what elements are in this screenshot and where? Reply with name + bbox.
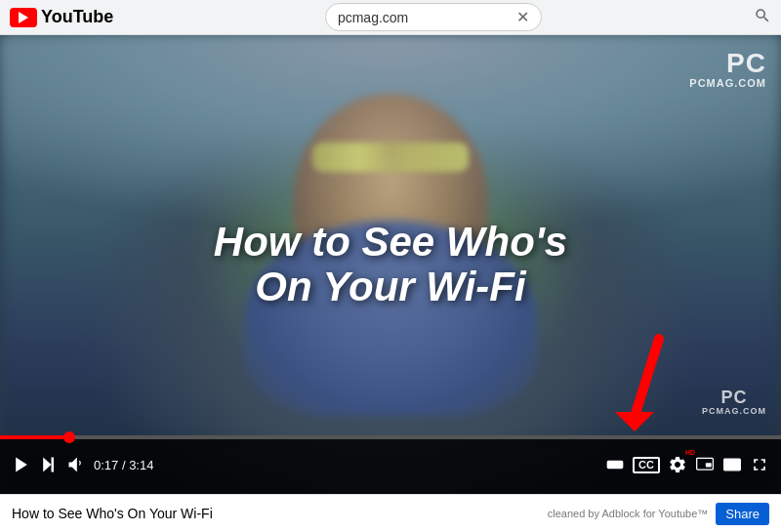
progress-bar[interactable] bbox=[0, 435, 781, 439]
svg-marker-2 bbox=[16, 458, 27, 472]
glasses-reflection bbox=[312, 143, 469, 172]
youtube-icon bbox=[10, 8, 37, 27]
controls-row: 0:17 / 3:14 CC bbox=[0, 439, 781, 490]
miniplayer-icon[interactable] bbox=[605, 455, 625, 474]
pcmag-watermark-bottom: PC PCMAG.COM bbox=[702, 389, 766, 416]
pcmag-logo-small: PC bbox=[702, 389, 766, 406]
adblock-badge: cleaned by Adblock for Youtube™ bbox=[548, 508, 709, 519]
svg-marker-5 bbox=[69, 458, 77, 472]
next-button[interactable] bbox=[39, 455, 59, 474]
pcmag-watermark-top: PC PCMAG.COM bbox=[689, 50, 766, 89]
address-bar[interactable]: pcmag.com ✕ bbox=[325, 3, 543, 31]
pip-button[interactable] bbox=[695, 455, 715, 474]
time-display: 0:17 / 3:14 bbox=[94, 458, 153, 472]
clear-address-icon[interactable]: ✕ bbox=[516, 8, 529, 26]
volume-button[interactable] bbox=[66, 455, 86, 474]
theater-button[interactable] bbox=[722, 455, 742, 474]
svg-rect-10 bbox=[724, 459, 741, 471]
youtube-logo[interactable]: YouTube bbox=[10, 7, 113, 27]
svg-rect-4 bbox=[52, 458, 55, 472]
fullscreen-button[interactable] bbox=[750, 455, 769, 474]
play-button[interactable] bbox=[12, 455, 31, 474]
video-player[interactable]: PC PCMAG.COM How to See Who's On Your Wi… bbox=[0, 35, 781, 494]
progress-dot bbox=[63, 431, 75, 443]
share-button[interactable]: Share bbox=[716, 503, 769, 525]
below-video-bar: How to See Who's On Your Wi-Fi cleaned b… bbox=[0, 494, 781, 532]
video-page-title: How to See Who's On Your Wi-Fi bbox=[12, 506, 548, 521]
video-controls: 0:17 / 3:14 CC bbox=[0, 435, 781, 494]
pcmag-sub-small: PCMAG.COM bbox=[702, 406, 766, 416]
browser-chrome: YouTube pcmag.com ✕ bbox=[0, 0, 781, 35]
svg-rect-9 bbox=[706, 463, 712, 467]
person-body bbox=[244, 221, 537, 416]
svg-marker-3 bbox=[43, 458, 51, 472]
browser-search-icon[interactable] bbox=[754, 7, 771, 28]
progress-fill bbox=[0, 435, 70, 439]
settings-button[interactable] bbox=[668, 455, 687, 474]
pcmag-logo-big: PC bbox=[689, 50, 766, 77]
address-text: pcmag.com bbox=[338, 10, 510, 25]
youtube-text: YouTube bbox=[41, 7, 113, 27]
cc-button[interactable]: CC bbox=[633, 457, 660, 473]
pcmag-sub: PCMAG.COM bbox=[689, 77, 766, 89]
